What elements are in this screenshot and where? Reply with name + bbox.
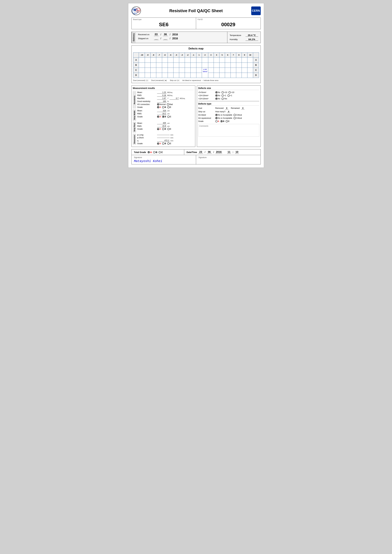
- grid-rowlabel-c: C: [133, 68, 139, 73]
- grid-cell: [190, 57, 196, 62]
- ink-bleed-no-radio[interactable]: [215, 114, 217, 116]
- humidity-label: Humidity: [230, 38, 244, 41]
- grid-col-m8: -8: [151, 52, 156, 57]
- temperature-label: Temperature: [230, 34, 244, 36]
- grid-cell: [242, 57, 247, 62]
- dim-phishort-label: φ Short:: [137, 137, 156, 139]
- defect-small-no-radio[interactable]: [215, 91, 217, 93]
- defect-grade-c-radio[interactable]: [226, 120, 228, 122]
- grid-cell: [151, 73, 156, 78]
- sp-grade-a-radio[interactable]: [157, 128, 159, 130]
- defects-map-title: Defects map: [133, 47, 259, 50]
- ink-squeeze-critical-radio[interactable]: [233, 117, 236, 119]
- grid-cell: [190, 62, 196, 68]
- received-label: Received on: [138, 33, 152, 36]
- hv-bad-radio[interactable]: [167, 103, 169, 105]
- total-grade-c-radio[interactable]: [159, 151, 161, 153]
- total-grade-row: Total Grade A B C Date/Time 23 / 06: [132, 149, 261, 155]
- time-hour: 11: [227, 151, 231, 154]
- defects-type-title: Defects type: [198, 103, 259, 106]
- grid-cell: [231, 73, 236, 78]
- defect-grade-a-label: A: [218, 120, 219, 122]
- defect-medium-gt1-radio[interactable]: [228, 94, 230, 97]
- ink-bleed-critical-radio[interactable]: [233, 114, 236, 116]
- grid-cell: [214, 73, 219, 78]
- humidity-row: Humidity 64.1%: [230, 38, 258, 41]
- grid-col-m9: -9: [145, 52, 150, 57]
- grid-cell: [208, 62, 214, 68]
- dim-grade-c-radio[interactable]: [167, 142, 169, 145]
- resistivity-grade-c-radio[interactable]: [167, 106, 169, 108]
- sw-rms-unit: um: [167, 113, 170, 115]
- resistivity-maxmin-unit: MΩ/sq.: [180, 97, 185, 99]
- defect-large-no: No: [215, 97, 220, 100]
- grid-cell: [168, 68, 173, 73]
- resistivity-mean-label: Mean:: [137, 91, 156, 93]
- defect-medium-lt1-label: <1: [224, 94, 226, 97]
- grid-cell: [156, 73, 162, 78]
- sp-grade-b-radio[interactable]: [162, 128, 164, 130]
- grid-cell: [162, 73, 168, 78]
- grid-cell: [219, 73, 225, 78]
- defect-small-lt10-radio[interactable]: [222, 91, 224, 93]
- grid-col-m10: -10: [139, 52, 145, 57]
- defect-small-lt10: <10: [222, 91, 227, 93]
- dim-eta-unit: mm: [170, 140, 173, 142]
- defect-small-gt10-radio[interactable]: [229, 91, 231, 93]
- ink-bleed-critical: Critical: [233, 114, 242, 116]
- dim-grade-b: B: [162, 142, 166, 145]
- grid-cell: [185, 57, 190, 62]
- measurement-results-title: Measurement results: [133, 87, 194, 90]
- dim-grade-b-radio[interactable]: [162, 142, 164, 145]
- dim-grade-c-label: C: [170, 142, 171, 145]
- grid-row-d: D D: [133, 73, 259, 78]
- bottom-section: Measurement results Resistivity Mean: 1.…: [132, 85, 261, 147]
- board-type-cell: Board type SE6: [132, 18, 196, 29]
- resistivity-min-value: 0.7: [169, 97, 179, 100]
- defect-large-no-radio[interactable]: [215, 97, 217, 100]
- total-grade-a-radio[interactable]: [147, 151, 150, 153]
- sw-grade-b-radio[interactable]: [162, 116, 164, 118]
- defect-grade-a-radio[interactable]: [215, 120, 217, 122]
- ink-squeeze-no-label: No or Acceptable: [218, 117, 232, 119]
- ink-bleed-group: No or Acceptable Critical: [215, 114, 242, 116]
- grid-col-m2: -2: [185, 52, 190, 57]
- sw-grade-label: Grade:: [137, 116, 156, 118]
- ink-squeeze-no-radio[interactable]: [215, 117, 217, 119]
- total-grade-a: A: [147, 151, 152, 153]
- comments-section: Comments: [198, 124, 259, 137]
- resistivity-grade-a-label: A: [160, 106, 161, 108]
- defect-large-yes: Yes: [222, 97, 227, 100]
- defect-medium-no-radio[interactable]: [215, 94, 217, 97]
- hv-normal-radio[interactable]: [157, 103, 159, 105]
- defect-large-yes-radio[interactable]: [222, 97, 224, 100]
- defect-grade-b-label: B: [223, 120, 224, 122]
- grid-cell: [151, 57, 156, 62]
- sp-grade-c-radio[interactable]: [167, 128, 169, 130]
- defects-size-title: Defects size: [198, 87, 259, 90]
- sp-rms-value: 15.8: [157, 125, 167, 127]
- sw-grade-a-radio[interactable]: [157, 116, 159, 118]
- grid-cell: [202, 57, 208, 62]
- sw-grade-c-radio[interactable]: [167, 116, 169, 118]
- grid-cell: [145, 57, 150, 62]
- defect-medium-lt1-radio[interactable]: [222, 94, 224, 97]
- grid-cell: [190, 68, 196, 73]
- grid-rowlabel-b: B: [133, 62, 139, 68]
- total-grade-b-radio[interactable]: [153, 151, 155, 153]
- resistivity-grade-a-radio[interactable]: [157, 106, 159, 108]
- legend-dust-remained: Dust (remained): [●]: [151, 79, 167, 81]
- defect-grade-b-radio[interactable]: [220, 120, 223, 122]
- shipped-label: Shipped on: [138, 37, 152, 40]
- defect-grade-c: C: [226, 120, 230, 122]
- dim-eta-value: 472.2: [157, 139, 170, 142]
- resistivity-grade-b-radio[interactable]: [162, 106, 164, 108]
- dim-grade-a-radio[interactable]: [157, 142, 159, 145]
- strip-pitch-label: Strip Pitch: [133, 122, 136, 132]
- grid-cell: [173, 57, 179, 62]
- legend-dust-removed: Dust (removed): [○]: [133, 79, 148, 81]
- grid-cell: [242, 62, 247, 68]
- defect-medium-gt1: >1: [228, 94, 232, 97]
- sp-mean-value: 425: [157, 122, 167, 124]
- grid-cell: [145, 62, 150, 68]
